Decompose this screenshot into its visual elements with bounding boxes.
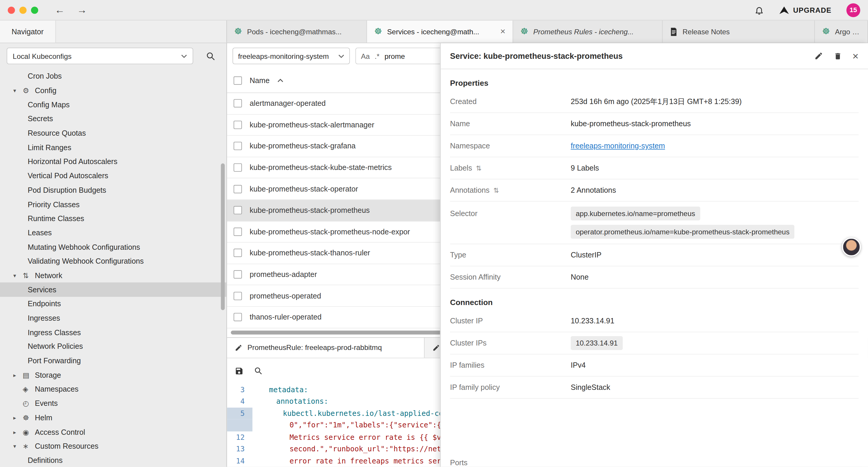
- save-icon[interactable]: [235, 367, 243, 375]
- edit-icon[interactable]: [814, 52, 823, 60]
- sidebar-item-storage[interactable]: ▸▤Storage: [0, 368, 226, 382]
- row-checkbox[interactable]: [234, 142, 242, 150]
- document-icon: [670, 28, 677, 36]
- chevron-down-icon: [338, 54, 344, 58]
- property-row-created: Created 253d 16h 6m ago (2025年1月13日 GMT+…: [450, 91, 859, 113]
- minimize-window-button[interactable]: [20, 6, 27, 13]
- sidebar-item-namespaces[interactable]: ◈Namespaces: [0, 382, 226, 396]
- row-checkbox[interactable]: [234, 164, 242, 172]
- property-row-session-affinity: Session Affinity None: [450, 266, 859, 289]
- notification-count-badge[interactable]: 15: [846, 3, 860, 17]
- chevron-down-icon: ▾: [13, 272, 23, 279]
- sidebar-item-limit-ranges[interactable]: Limit Ranges: [0, 140, 226, 154]
- sidebar-item-vertical-pod-autoscalers[interactable]: Vertical Pod Autoscalers: [0, 169, 226, 183]
- row-checkbox[interactable]: [234, 99, 242, 108]
- sidebar-item-network[interactable]: ▾⇅Network: [0, 268, 226, 283]
- sidebar-item-network-policies[interactable]: Network Policies: [0, 340, 226, 354]
- regex-toggle[interactable]: .*: [375, 52, 379, 60]
- selector-badge: app.kubernetes.io/name=prometheus: [571, 207, 700, 221]
- sidebar-item-secrets[interactable]: Secrets: [0, 112, 226, 126]
- sidebar-item-priority-classes[interactable]: Priority Classes: [0, 197, 226, 211]
- sidebar-item-port-forwarding[interactable]: Port Forwarding: [0, 354, 226, 368]
- notifications-bell-icon[interactable]: [754, 5, 764, 15]
- property-row-name: Name kube-prometheus-stack-prometheus: [450, 113, 859, 135]
- kubernetes-icon: ☸: [234, 27, 242, 36]
- navigator-tree: Cron Jobs ▾⚙Config Config Maps Secrets R…: [0, 69, 226, 467]
- drawer-header: Service: kube-prometheus-stack-prometheu…: [440, 43, 868, 69]
- delete-icon[interactable]: [834, 51, 842, 61]
- upgrade-label: UPGRADE: [793, 6, 832, 14]
- cluster-ip-badge: 10.233.14.91: [571, 336, 623, 350]
- close-window-button[interactable]: [8, 6, 15, 13]
- property-row-ip-family-policy: IP family policy SingleStack: [450, 377, 859, 399]
- helm-icon: ☸: [23, 413, 35, 422]
- navigator-section: Navigator: [0, 20, 227, 42]
- expand-sort-icon[interactable]: ⇅: [476, 164, 482, 172]
- tab-argo[interactable]: ☸ Argo Se: [815, 20, 868, 42]
- upgrade-button[interactable]: UPGRADE: [779, 6, 832, 14]
- editor-search-icon[interactable]: [254, 367, 262, 375]
- row-checkbox[interactable]: [234, 249, 242, 257]
- tab-prometheus-rules[interactable]: ☸ Prometheus Rules - icecheng...: [513, 20, 663, 42]
- row-checkbox[interactable]: [234, 313, 242, 321]
- drawer-title: Service: kube-prometheus-stack-prometheu…: [450, 52, 804, 60]
- row-checkbox[interactable]: [234, 292, 242, 300]
- sidebar-item-ingress-classes[interactable]: Ingress Classes: [0, 325, 226, 340]
- sidebar-item-definitions[interactable]: Definitions: [0, 454, 226, 467]
- close-drawer-icon[interactable]: ×: [852, 51, 859, 61]
- tab-label: Argo Se: [835, 28, 860, 36]
- row-checkbox[interactable]: [234, 121, 242, 129]
- sidebar-item-events[interactable]: ◴Events: [0, 396, 226, 411]
- row-checkbox[interactable]: [234, 270, 242, 279]
- sidebar-item-horizontal-pod-autoscalers[interactable]: Horizontal Pod Autoscalers: [0, 154, 226, 169]
- property-row-type: Type ClusterIP: [450, 244, 859, 266]
- tab-label: Pods - icecheng@mathmas...: [247, 28, 359, 36]
- sidebar-scrollbar[interactable]: [221, 164, 225, 310]
- property-row-labels: Labels⇅ 9 Labels: [450, 157, 859, 179]
- expand-sort-icon[interactable]: ⇅: [493, 186, 499, 194]
- sidebar-item-helm[interactable]: ▸☸Helm: [0, 411, 226, 425]
- row-checkbox[interactable]: [234, 228, 242, 236]
- sidebar-item-pod-disruption-budgets[interactable]: Pod Disruption Budgets: [0, 183, 226, 197]
- zoom-window-button[interactable]: [31, 6, 38, 13]
- namespace-link[interactable]: freeleaps-monitoring-system: [571, 142, 665, 150]
- sidebar-item-config-maps[interactable]: Config Maps: [0, 97, 226, 112]
- tab-release-notes[interactable]: Release Notes: [663, 20, 815, 42]
- storage-icon: ▤: [23, 371, 35, 379]
- kubeconfig-selector[interactable]: Local Kubeconfigs: [6, 48, 193, 64]
- sidebar-item-cron-jobs[interactable]: Cron Jobs: [0, 69, 226, 83]
- tab-services[interactable]: ☸ Services - icecheng@math... ×: [367, 20, 513, 42]
- sidebar-item-access-control[interactable]: ▸◉Access Control: [0, 425, 226, 439]
- tab-label: Prometheus Rules - icecheng...: [533, 28, 655, 36]
- sidebar-item-ingresses[interactable]: Ingresses: [0, 311, 226, 325]
- sidebar-item-mutating-webhook-configurations[interactable]: Mutating Webhook Configurations: [0, 240, 226, 254]
- row-checkbox[interactable]: [234, 185, 242, 193]
- sidebar-item-runtime-classes[interactable]: Runtime Classes: [0, 212, 226, 226]
- namespace-filter-dropdown[interactable]: freeleaps-monitoring-system: [232, 48, 350, 64]
- sidebar-item-resource-quotas[interactable]: Resource Quotas: [0, 126, 226, 140]
- selector-badge: operator.prometheus.io/name=kube-prometh…: [571, 225, 795, 239]
- kubernetes-icon: ☸: [520, 27, 528, 36]
- custom-resources-icon: ∗: [23, 442, 35, 450]
- tab-pods[interactable]: ☸ Pods - icecheng@mathmas...: [227, 20, 367, 42]
- sidebar-item-validating-webhook-configurations[interactable]: Validating Webhook Configurations: [0, 254, 226, 268]
- match-case-toggle[interactable]: Aa: [361, 52, 370, 60]
- back-button[interactable]: ←: [55, 5, 65, 15]
- sidebar-item-endpoints[interactable]: Endpoints: [0, 297, 226, 311]
- sidebar-item-custom-resources[interactable]: ▾∗Custom Resources: [0, 439, 226, 454]
- kubernetes-icon: ☸: [822, 27, 830, 36]
- sidebar-item-services[interactable]: Services: [0, 283, 226, 297]
- chevron-right-icon: ▸: [13, 372, 23, 378]
- close-tab-icon[interactable]: ×: [500, 27, 505, 37]
- name-column-header[interactable]: Name: [250, 77, 270, 85]
- forward-button[interactable]: →: [77, 5, 87, 15]
- row-checkbox[interactable]: [234, 206, 242, 214]
- property-row-annotations: Annotations⇅ 2 Annotations: [450, 179, 859, 202]
- sidebar-item-leases[interactable]: Leases: [0, 226, 226, 240]
- sidebar-search-icon[interactable]: [206, 51, 215, 61]
- dock-tab-prometheusrule[interactable]: PrometheusRule: freeleaps-prod-rabbitmq: [227, 338, 425, 357]
- user-avatar[interactable]: [842, 238, 861, 257]
- sidebar-item-config[interactable]: ▾⚙Config: [0, 83, 226, 97]
- select-all-checkbox[interactable]: [234, 77, 242, 85]
- service-details-drawer: Service: kube-prometheus-stack-prometheu…: [440, 43, 868, 467]
